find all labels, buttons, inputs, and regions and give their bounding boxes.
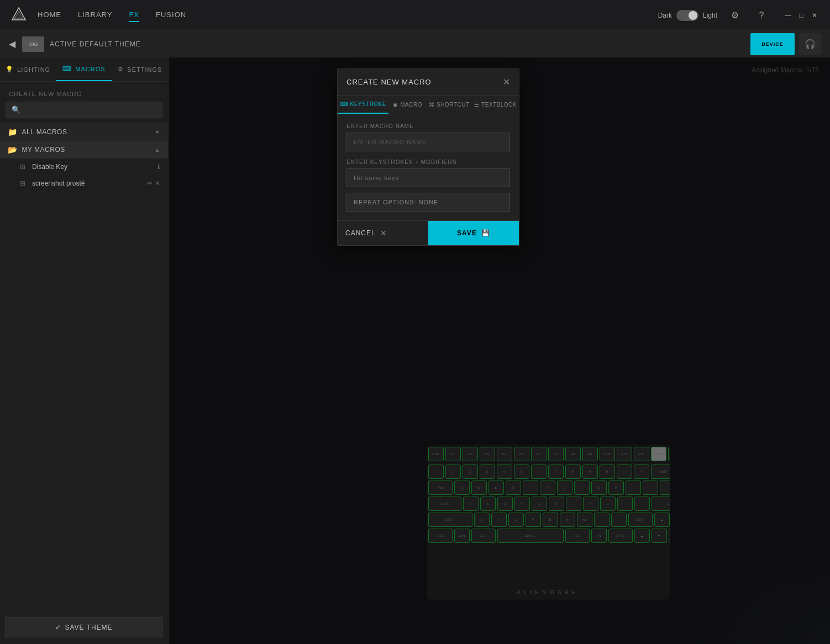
- modal-tab-shortcut[interactable]: ⌘ SHORTCUT: [427, 96, 472, 114]
- delete-icon[interactable]: ✕: [155, 180, 160, 187]
- macro-name-input[interactable]: [346, 133, 510, 151]
- main-layout: 💡 LIGHTING ⌨ MACROS ⚙ SETTINGS CREATE NE…: [0, 57, 830, 644]
- folder-my-macros-label: MY MACROS: [22, 146, 150, 154]
- dark-label: Dark: [658, 12, 672, 19]
- light-label: Light: [703, 12, 717, 19]
- create-macro-modal: CREATE NEW MACRO ✕ ⌨ KEYSTROKE ◉ MACRO ⌘: [337, 68, 519, 246]
- modal-title: CREATE NEW MACRO: [346, 78, 432, 86]
- cancel-button[interactable]: CANCEL ✕: [338, 221, 428, 245]
- list-item-screenshot[interactable]: ⊞ screenshot prostě ✏ ✕: [0, 175, 168, 192]
- chevron-down-icon: ▼: [155, 129, 160, 135]
- textblock-tab-icon: ☰: [474, 102, 480, 108]
- macro-disable-key-label: Disable Key: [32, 163, 153, 171]
- keystrokes-input[interactable]: [346, 168, 510, 187]
- device-thumbnail: IMG: [22, 36, 44, 52]
- modal-header: CREATE NEW MACRO ✕: [338, 69, 519, 96]
- tab-settings-label: SETTINGS: [127, 66, 162, 73]
- modal-tab-macro[interactable]: ◉ MACRO: [388, 96, 427, 114]
- topbar: HOME LIBRARY FX FUSION Dark Light ⚙ ? — …: [0, 0, 830, 31]
- breadcrumb-bar: ◀ IMG ACTIVE DEFAULT THEME DEVICE 🎧: [0, 31, 830, 57]
- headset-icon-button[interactable]: 🎧: [799, 33, 821, 55]
- shortcut-tab-icon: ⌘: [429, 102, 435, 108]
- nav-library[interactable]: LIBRARY: [78, 8, 112, 22]
- textblock-tab-label: TEXTBLOCK: [481, 102, 517, 108]
- tab-lighting[interactable]: 💡 LIGHTING: [0, 57, 56, 81]
- settings-icon[interactable]: ⚙: [726, 7, 744, 24]
- list-item-disable-key[interactable]: ⊞ Disable Key ℹ: [0, 159, 168, 175]
- close-button[interactable]: ✕: [810, 11, 819, 20]
- cancel-label: CANCEL: [345, 229, 376, 237]
- search-icon: 🔍: [12, 105, 20, 114]
- save-theme-label: SAVE THEME: [65, 624, 112, 631]
- nav-home[interactable]: HOME: [38, 8, 61, 22]
- macro-tab-label: MACRO: [400, 102, 422, 108]
- folder-icon: 📁: [8, 128, 18, 136]
- modal-footer: CANCEL ✕ SAVE 💾: [338, 220, 519, 245]
- topbar-nav: HOME LIBRARY FX FUSION: [38, 8, 658, 22]
- macro-grid-icon: ⊞: [20, 163, 25, 171]
- breadcrumb-back-icon[interactable]: ◀: [9, 39, 15, 49]
- folder-all-macros-label: ALL MACROS: [22, 128, 150, 136]
- toggle-track[interactable]: [676, 10, 698, 21]
- help-icon[interactable]: ?: [753, 7, 770, 24]
- keystrokes-label: Enter Keystrokes + Modifiers: [346, 159, 510, 165]
- modal-tab-textblock[interactable]: ☰ TEXTBLOCK: [472, 96, 519, 114]
- save-theme-button[interactable]: ✓ SAVE THEME: [6, 617, 162, 637]
- breadcrumb-device-label: ACTIVE DEFAULT THEME: [50, 40, 141, 48]
- macros-icon: ⌨: [62, 65, 72, 72]
- save-button[interactable]: SAVE 💾: [428, 221, 519, 245]
- nav-fusion[interactable]: FUSION: [156, 8, 186, 22]
- chevron-up-icon: ▲: [155, 147, 160, 153]
- sidebar: 💡 LIGHTING ⌨ MACROS ⚙ SETTINGS CREATE NE…: [0, 57, 169, 644]
- tab-macros[interactable]: ⌨ MACROS: [56, 57, 112, 81]
- sidebar-tabs: 💡 LIGHTING ⌨ MACROS ⚙ SETTINGS: [0, 57, 168, 82]
- sidebar-spacer: [0, 192, 168, 617]
- shortcut-tab-label: SHORTCUT: [437, 102, 469, 108]
- cancel-x-icon: ✕: [380, 229, 387, 237]
- create-macro-section-title: CREATE NEW MACRO: [0, 82, 168, 102]
- modal-tab-keystroke[interactable]: ⌨ KEYSTROKE: [338, 96, 388, 114]
- settings-tab-icon: ⚙: [118, 66, 124, 73]
- macro-actions-screenshot: ✏ ✕: [147, 180, 160, 187]
- main-content: Assigned Macros: 1/75 ESC F1 F2 F3 F4 F5…: [169, 57, 830, 644]
- macro-actions-disable-key: ℹ: [157, 163, 160, 171]
- modal-overlay: CREATE NEW MACRO ✕ ⌨ KEYSTROKE ◉ MACRO ⌘: [169, 57, 830, 644]
- maximize-button[interactable]: □: [797, 11, 806, 20]
- topbar-right: Dark Light ⚙ ? — □ ✕: [658, 7, 819, 24]
- modal-close-button[interactable]: ✕: [503, 77, 510, 87]
- toggle-thumb: [689, 11, 697, 20]
- checkmark-icon: ✓: [55, 624, 61, 631]
- save-icon: 💾: [481, 229, 490, 237]
- logo: [11, 7, 27, 24]
- minimize-button[interactable]: —: [784, 11, 792, 20]
- save-label: SAVE: [457, 229, 477, 237]
- sidebar-search-bar[interactable]: 🔍: [6, 102, 162, 118]
- keystroke-tab-label: KEYSTROKE: [350, 101, 387, 107]
- modal-body: Enter Macro Name Enter Keystrokes + Modi…: [338, 114, 519, 220]
- tab-macros-label: MACROS: [75, 66, 105, 72]
- svg-marker-1: [14, 11, 23, 19]
- folder-my-macros[interactable]: 📂 MY MACROS ▲: [0, 141, 168, 159]
- search-input[interactable]: [24, 106, 156, 114]
- lighting-icon: 💡: [6, 66, 14, 73]
- macro-screenshot-label: screenshot prostě: [32, 180, 143, 187]
- active-device-button[interactable]: DEVICE: [750, 33, 795, 55]
- theme-toggle[interactable]: Dark Light: [658, 10, 717, 21]
- macro-tab-icon: ◉: [393, 102, 398, 108]
- info-icon[interactable]: ℹ: [157, 163, 160, 171]
- repeat-options-selector[interactable]: REPEAT OPTIONS: NONE: [346, 193, 510, 212]
- folder-open-icon: 📂: [8, 145, 18, 154]
- edit-icon[interactable]: ✏: [147, 180, 153, 187]
- tab-settings[interactable]: ⚙ SETTINGS: [112, 57, 168, 81]
- folder-all-macros[interactable]: 📁 ALL MACROS ▼: [0, 123, 168, 141]
- tab-lighting-label: LIGHTING: [17, 66, 50, 73]
- nav-fx[interactable]: FX: [129, 8, 139, 22]
- modal-tabs: ⌨ KEYSTROKE ◉ MACRO ⌘ SHORTCUT ☰ TEXTBLO…: [338, 96, 519, 114]
- breadcrumb-right: DEVICE 🎧: [750, 33, 821, 55]
- macro-grid-icon-2: ⊞: [20, 180, 25, 187]
- macro-name-label: Enter Macro Name: [346, 123, 510, 129]
- keystroke-tab-icon: ⌨: [340, 101, 348, 107]
- window-controls: — □ ✕: [784, 11, 819, 20]
